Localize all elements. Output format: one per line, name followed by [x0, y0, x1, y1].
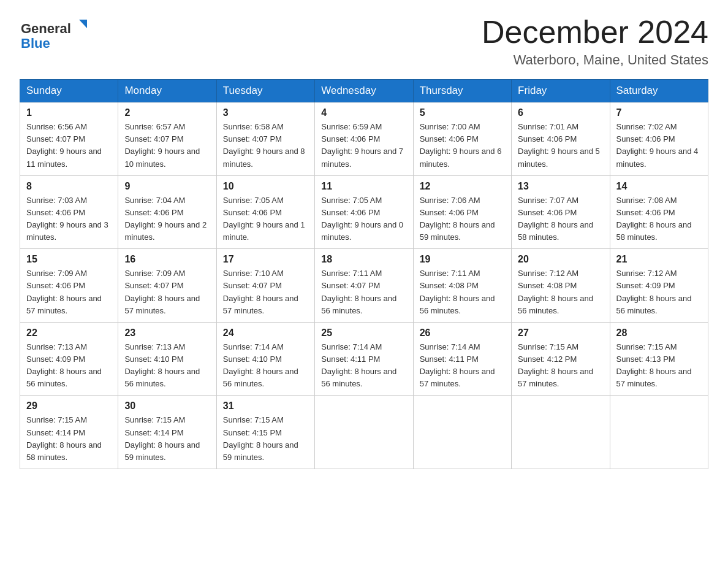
- day-info: Sunrise: 7:13 AMSunset: 4:09 PMDaylight:…: [26, 341, 112, 391]
- day-number: 11: [321, 181, 406, 192]
- day-info: Sunrise: 6:57 AMSunset: 4:07 PMDaylight:…: [124, 121, 210, 170]
- calendar-day-cell: 17Sunrise: 7:10 AMSunset: 4:07 PMDayligh…: [216, 249, 314, 323]
- weekday-header-monday: Monday: [118, 80, 216, 102]
- day-number: 6: [518, 107, 603, 118]
- day-info: Sunrise: 7:06 AMSunset: 4:06 PMDaylight:…: [420, 194, 505, 244]
- day-number: 10: [223, 181, 308, 192]
- calendar-day-cell: 28Sunrise: 7:15 AMSunset: 4:13 PMDayligh…: [610, 322, 708, 396]
- day-number: 20: [518, 254, 603, 265]
- calendar-day-cell: 29Sunrise: 7:15 AMSunset: 4:14 PMDayligh…: [20, 396, 118, 469]
- day-info: Sunrise: 7:03 AMSunset: 4:06 PMDaylight:…: [26, 194, 112, 244]
- day-number: 7: [616, 107, 702, 118]
- calendar-day-cell: 4Sunrise: 6:59 AMSunset: 4:06 PMDaylight…: [315, 102, 413, 176]
- calendar-day-cell: [315, 396, 413, 469]
- day-info: Sunrise: 7:14 AMSunset: 4:11 PMDaylight:…: [420, 341, 505, 391]
- calendar-day-cell: 23Sunrise: 7:13 AMSunset: 4:10 PMDayligh…: [118, 322, 216, 396]
- day-number: 30: [124, 400, 210, 412]
- day-info: Sunrise: 7:02 AMSunset: 4:06 PMDaylight:…: [616, 121, 702, 170]
- month-title: December 2024: [482, 15, 708, 50]
- day-number: 17: [223, 254, 308, 265]
- day-info: Sunrise: 6:58 AMSunset: 4:07 PMDaylight:…: [223, 121, 308, 170]
- day-info: Sunrise: 6:59 AMSunset: 4:06 PMDaylight:…: [321, 121, 406, 170]
- day-info: Sunrise: 7:05 AMSunset: 4:06 PMDaylight:…: [321, 194, 406, 244]
- day-info: Sunrise: 7:10 AMSunset: 4:07 PMDaylight:…: [223, 267, 308, 317]
- calendar-day-cell: 1Sunrise: 6:56 AMSunset: 4:07 PMDaylight…: [20, 102, 118, 176]
- day-number: 18: [321, 254, 406, 265]
- calendar-day-cell: 14Sunrise: 7:08 AMSunset: 4:06 PMDayligh…: [610, 175, 708, 249]
- day-info: Sunrise: 7:11 AMSunset: 4:07 PMDaylight:…: [321, 267, 406, 317]
- day-number: 2: [124, 107, 210, 118]
- day-info: Sunrise: 7:12 AMSunset: 4:08 PMDaylight:…: [518, 267, 603, 317]
- calendar-day-cell: 24Sunrise: 7:14 AMSunset: 4:10 PMDayligh…: [216, 322, 314, 396]
- day-info: Sunrise: 7:11 AMSunset: 4:08 PMDaylight:…: [420, 267, 505, 317]
- calendar-day-cell: 9Sunrise: 7:04 AMSunset: 4:06 PMDaylight…: [118, 175, 216, 249]
- calendar-day-cell: 3Sunrise: 6:58 AMSunset: 4:07 PMDaylight…: [216, 102, 314, 176]
- svg-marker-1: [79, 20, 87, 28]
- day-number: 22: [26, 327, 112, 339]
- day-number: 15: [26, 254, 112, 265]
- title-block: December 2024 Waterboro, Maine, United S…: [482, 15, 708, 68]
- weekday-header-tuesday: Tuesday: [216, 80, 314, 102]
- calendar-week-row: 29Sunrise: 7:15 AMSunset: 4:14 PMDayligh…: [20, 396, 708, 469]
- day-number: 16: [124, 254, 210, 265]
- day-info: Sunrise: 7:00 AMSunset: 4:06 PMDaylight:…: [420, 121, 505, 170]
- calendar-day-cell: 20Sunrise: 7:12 AMSunset: 4:08 PMDayligh…: [512, 249, 610, 323]
- calendar-day-cell: 15Sunrise: 7:09 AMSunset: 4:06 PMDayligh…: [20, 249, 118, 323]
- day-info: Sunrise: 7:08 AMSunset: 4:06 PMDaylight:…: [616, 194, 702, 244]
- weekday-header-wednesday: Wednesday: [315, 80, 413, 102]
- day-info: Sunrise: 7:14 AMSunset: 4:11 PMDaylight:…: [321, 341, 406, 391]
- svg-text:Blue: Blue: [21, 36, 50, 51]
- weekday-header-thursday: Thursday: [413, 80, 511, 102]
- day-number: 23: [124, 327, 210, 339]
- day-info: Sunrise: 6:56 AMSunset: 4:07 PMDaylight:…: [26, 121, 112, 170]
- calendar-week-row: 15Sunrise: 7:09 AMSunset: 4:06 PMDayligh…: [20, 249, 708, 323]
- calendar-day-cell: 31Sunrise: 7:15 AMSunset: 4:15 PMDayligh…: [216, 396, 314, 469]
- calendar-day-cell: 8Sunrise: 7:03 AMSunset: 4:06 PMDaylight…: [20, 175, 118, 249]
- svg-text:General: General: [21, 21, 71, 36]
- weekday-header-sunday: Sunday: [20, 80, 118, 102]
- calendar-day-cell: [512, 396, 610, 469]
- day-number: 24: [223, 327, 308, 339]
- day-info: Sunrise: 7:15 AMSunset: 4:15 PMDaylight:…: [223, 414, 308, 464]
- day-number: 3: [223, 107, 308, 118]
- day-number: 28: [616, 327, 702, 339]
- calendar-day-cell: 12Sunrise: 7:06 AMSunset: 4:06 PMDayligh…: [413, 175, 511, 249]
- day-info: Sunrise: 7:14 AMSunset: 4:10 PMDaylight:…: [223, 341, 308, 391]
- day-info: Sunrise: 7:05 AMSunset: 4:06 PMDaylight:…: [223, 194, 308, 244]
- day-number: 13: [518, 181, 603, 192]
- calendar-day-cell: 2Sunrise: 6:57 AMSunset: 4:07 PMDaylight…: [118, 102, 216, 176]
- calendar-day-cell: 26Sunrise: 7:14 AMSunset: 4:11 PMDayligh…: [413, 322, 511, 396]
- day-number: 14: [616, 181, 702, 192]
- day-number: 4: [321, 107, 406, 118]
- day-info: Sunrise: 7:04 AMSunset: 4:06 PMDaylight:…: [124, 194, 210, 244]
- day-info: Sunrise: 7:15 AMSunset: 4:12 PMDaylight:…: [518, 341, 603, 391]
- calendar-day-cell: 7Sunrise: 7:02 AMSunset: 4:06 PMDaylight…: [610, 102, 708, 176]
- day-info: Sunrise: 7:01 AMSunset: 4:06 PMDaylight:…: [518, 121, 603, 170]
- day-number: 29: [26, 400, 112, 412]
- page-header: General Blue December 2024 Waterboro, Ma…: [20, 15, 708, 68]
- day-info: Sunrise: 7:15 AMSunset: 4:14 PMDaylight:…: [124, 414, 210, 464]
- logo: General Blue: [20, 15, 93, 56]
- calendar-week-row: 8Sunrise: 7:03 AMSunset: 4:06 PMDaylight…: [20, 175, 708, 249]
- calendar-day-cell: 22Sunrise: 7:13 AMSunset: 4:09 PMDayligh…: [20, 322, 118, 396]
- calendar-day-cell: 13Sunrise: 7:07 AMSunset: 4:06 PMDayligh…: [512, 175, 610, 249]
- calendar-week-row: 1Sunrise: 6:56 AMSunset: 4:07 PMDaylight…: [20, 102, 708, 176]
- day-number: 19: [420, 254, 505, 265]
- day-info: Sunrise: 7:15 AMSunset: 4:14 PMDaylight:…: [26, 414, 112, 464]
- calendar-day-cell: 18Sunrise: 7:11 AMSunset: 4:07 PMDayligh…: [315, 249, 413, 323]
- calendar-day-cell: 19Sunrise: 7:11 AMSunset: 4:08 PMDayligh…: [413, 249, 511, 323]
- day-number: 26: [420, 327, 505, 339]
- day-info: Sunrise: 7:09 AMSunset: 4:07 PMDaylight:…: [124, 267, 210, 317]
- day-number: 21: [616, 254, 702, 265]
- calendar-day-cell: 21Sunrise: 7:12 AMSunset: 4:09 PMDayligh…: [610, 249, 708, 323]
- day-info: Sunrise: 7:12 AMSunset: 4:09 PMDaylight:…: [616, 267, 702, 317]
- calendar-day-cell: 10Sunrise: 7:05 AMSunset: 4:06 PMDayligh…: [216, 175, 314, 249]
- weekday-header-saturday: Saturday: [610, 80, 708, 102]
- weekday-header-row: SundayMondayTuesdayWednesdayThursdayFrid…: [20, 80, 708, 102]
- day-info: Sunrise: 7:15 AMSunset: 4:13 PMDaylight:…: [616, 341, 702, 391]
- day-info: Sunrise: 7:09 AMSunset: 4:06 PMDaylight:…: [26, 267, 112, 317]
- day-number: 31: [223, 400, 308, 412]
- calendar-day-cell: 30Sunrise: 7:15 AMSunset: 4:14 PMDayligh…: [118, 396, 216, 469]
- calendar-day-cell: 25Sunrise: 7:14 AMSunset: 4:11 PMDayligh…: [315, 322, 413, 396]
- calendar-day-cell: 16Sunrise: 7:09 AMSunset: 4:07 PMDayligh…: [118, 249, 216, 323]
